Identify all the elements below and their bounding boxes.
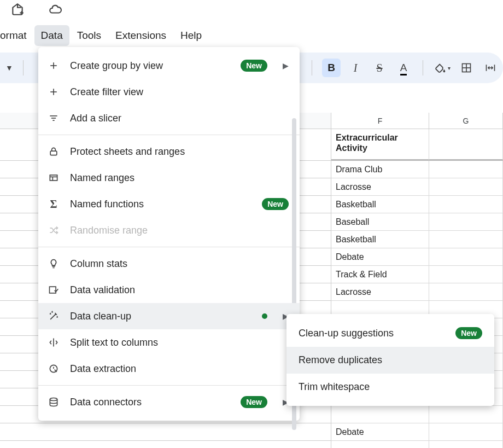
chevron-down-icon[interactable]: ▼ xyxy=(5,63,13,72)
cell[interactable] xyxy=(429,213,503,231)
cell[interactable] xyxy=(331,406,429,423)
cell[interactable]: Track & Field xyxy=(331,266,429,283)
menu-column-stats[interactable]: Column stats xyxy=(38,251,300,277)
menubar: ormat Data Tools Extensions Help xyxy=(0,25,208,46)
cell[interactable] xyxy=(429,178,503,196)
cell[interactable] xyxy=(429,283,503,301)
menu-help[interactable]: Help xyxy=(174,25,208,46)
cloud-saved-icon[interactable] xyxy=(47,2,63,19)
menu-protect-sheets[interactable]: Protect sheets and ranges xyxy=(38,138,300,165)
menu-label: Create filter view xyxy=(70,86,143,98)
cell[interactable] xyxy=(429,248,503,266)
data-menu-dropdown: Create group by view New ▶ Create filter… xyxy=(38,47,300,421)
cell[interactable]: Basketball xyxy=(331,196,429,213)
menu-create-filter-view[interactable]: Create filter view xyxy=(38,79,300,105)
menu-tools[interactable]: Tools xyxy=(71,25,108,46)
new-badge: New xyxy=(455,327,482,339)
menu-data-validation[interactable]: Data validation xyxy=(38,277,300,303)
plus-icon xyxy=(47,59,60,72)
menu-label: Data connectors xyxy=(70,397,142,408)
submenu-label: Clean-up suggestions xyxy=(299,328,394,339)
data-cleanup-submenu: Clean-up suggestions New Remove duplicat… xyxy=(286,314,494,406)
menu-data-cleanup[interactable]: Data clean-up ▶ xyxy=(38,303,300,329)
borders-button[interactable] xyxy=(457,59,476,77)
cell[interactable] xyxy=(429,231,503,248)
menu-label: Data validation xyxy=(70,284,135,296)
cell[interactable]: Lacrosse xyxy=(331,283,429,301)
shuffle-icon xyxy=(47,224,60,237)
validation-icon xyxy=(47,283,60,296)
split-icon xyxy=(47,336,60,349)
cell[interactable]: Baseball xyxy=(331,213,429,231)
cell[interactable]: Basketball xyxy=(331,231,429,248)
lock-icon xyxy=(47,145,60,158)
cell[interactable] xyxy=(429,266,503,283)
italic-button[interactable]: I xyxy=(346,59,365,77)
slicer-icon xyxy=(47,112,60,125)
merge-button[interactable] xyxy=(481,59,500,77)
menu-named-functions[interactable]: Σ Named functions New xyxy=(38,191,300,217)
menu-label: Protect sheets and ranges xyxy=(70,146,185,158)
submenu-cleanup-suggestions[interactable]: Clean-up suggestions New xyxy=(286,319,494,347)
cell[interactable]: Lacrosse xyxy=(331,178,429,196)
cell[interactable] xyxy=(429,406,503,423)
plus-icon xyxy=(47,85,60,98)
cell[interactable]: Drama Club xyxy=(331,161,429,178)
share-doc-icon[interactable] xyxy=(10,2,25,19)
submenu-label: Trim whitespace xyxy=(299,381,370,393)
lightbulb-icon xyxy=(47,257,60,270)
svg-rect-13 xyxy=(50,175,57,181)
new-badge: New xyxy=(241,60,267,72)
menu-randomise-range: Randomise range xyxy=(38,217,300,243)
menu-extensions[interactable]: Extensions xyxy=(109,25,173,46)
sigma-icon: Σ xyxy=(47,197,60,211)
menu-data-extraction[interactable]: Data extraction xyxy=(38,356,300,382)
cell[interactable] xyxy=(429,161,503,178)
submenu-remove-duplicates[interactable]: Remove duplicates xyxy=(286,347,494,374)
extract-icon xyxy=(47,362,60,375)
menu-create-group-by-view[interactable]: Create group by view New ▶ xyxy=(38,53,300,79)
menu-named-ranges[interactable]: Named ranges xyxy=(38,165,300,191)
new-badge: New xyxy=(262,198,289,210)
svg-rect-12 xyxy=(50,151,57,155)
cell[interactable]: Debate xyxy=(331,248,429,266)
column-header-g[interactable]: G xyxy=(429,113,503,129)
fill-color-button[interactable]: ▾ xyxy=(433,59,452,77)
menu-label: Data extraction xyxy=(70,363,136,375)
column-header-f[interactable]: F xyxy=(331,113,429,129)
new-badge: New xyxy=(241,396,267,408)
wand-icon xyxy=(47,310,60,323)
menu-label: Named functions xyxy=(70,199,144,210)
menu-add-slicer[interactable]: Add a slicer xyxy=(38,105,300,131)
bold-button[interactable]: B xyxy=(322,59,341,77)
menu-label: Named ranges xyxy=(70,172,134,184)
submenu-trim-whitespace[interactable]: Trim whitespace xyxy=(286,374,494,400)
menu-label: Data clean-up xyxy=(70,311,131,322)
table-row xyxy=(0,441,503,448)
database-icon xyxy=(47,395,60,409)
cell[interactable] xyxy=(429,441,503,448)
menu-label: Create group by view xyxy=(70,60,163,72)
svg-point-19 xyxy=(50,398,57,401)
strikethrough-button[interactable]: S xyxy=(370,59,389,77)
named-ranges-icon xyxy=(47,171,60,184)
svg-rect-16 xyxy=(50,287,56,293)
menu-data-connectors[interactable]: Data connectors New ▶ xyxy=(38,389,300,415)
cell[interactable]: Debate xyxy=(331,423,429,441)
table-row: Debate xyxy=(0,423,503,441)
submenu-arrow-icon: ▶ xyxy=(283,61,289,70)
menu-split-text[interactable]: Split text to columns xyxy=(38,329,300,356)
submenu-label: Remove duplicates xyxy=(299,354,382,366)
header-cell-extracurricular[interactable]: Extracurricular Activity xyxy=(331,129,429,161)
text-color-button[interactable]: A xyxy=(394,59,413,77)
cell[interactable] xyxy=(331,441,429,448)
menu-label: Split text to columns xyxy=(70,337,158,348)
cell[interactable] xyxy=(429,423,503,441)
cell[interactable] xyxy=(429,196,503,213)
menu-label: Add a slicer xyxy=(70,113,121,124)
menu-data[interactable]: Data xyxy=(34,25,69,46)
menu-label: Randomise range xyxy=(70,225,148,236)
menu-label: Column stats xyxy=(70,258,127,270)
indicator-dot xyxy=(262,313,267,319)
menu-format[interactable]: ormat xyxy=(0,25,33,46)
